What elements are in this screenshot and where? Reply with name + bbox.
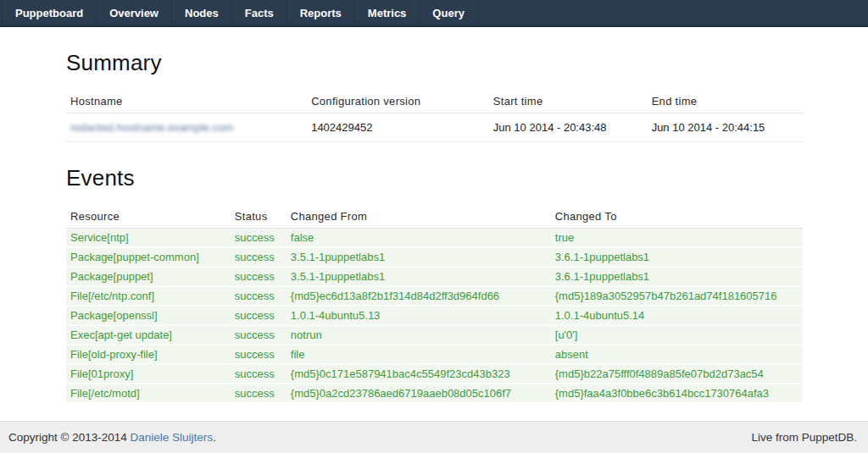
event-changed-to: {md5}faa4a3f0bbe6c3b614bcc1730764afa3 (551, 384, 803, 402)
events-col-changed-to: Changed To (551, 205, 803, 229)
nav-item-metrics[interactable]: Metrics (355, 0, 420, 25)
events-col-status: Status (231, 205, 287, 229)
event-changed-from: 3.5.1-1puppetlabs1 (287, 247, 551, 267)
summary-start-time: Jun 10 2014 - 20:43:48 (489, 113, 648, 142)
nav-item-facts[interactable]: Facts (232, 0, 287, 25)
event-status: success (231, 267, 287, 286)
event-status: success (231, 306, 287, 325)
event-resource: Package[puppet-common] (66, 247, 231, 267)
event-changed-to: absent (551, 345, 803, 364)
event-changed-from: 1.0.1-4ubuntu5.13 (287, 306, 551, 325)
event-row: Service[ntp] success false true (66, 229, 803, 248)
event-status: success (231, 229, 287, 248)
event-row: Exec[apt-get update] success notrun [u'0… (66, 325, 803, 345)
page-footer: Copyright © 2013-2014 Daniele Sluijters.… (0, 421, 868, 453)
event-changed-from: {md5}0a2cd23786aed6719aaeb08d05c106f7 (287, 384, 551, 402)
copyright-suffix: . (213, 431, 216, 444)
summary-col-start-time: Start time (489, 90, 648, 113)
nav-item-overview[interactable]: Overview (97, 0, 172, 25)
event-row: Package[openssl] success 1.0.1-4ubuntu5.… (66, 306, 803, 325)
events-heading: Events (66, 165, 803, 191)
copyright-text: Copyright © 2013-2014 Daniele Sluijters. (8, 431, 216, 444)
summary-table-head: Hostname Configuration version Start tim… (66, 90, 803, 113)
summary-header-row: Hostname Configuration version Start tim… (66, 90, 803, 113)
event-resource: Exec[apt-get update] (66, 325, 231, 345)
nav-item-nodes[interactable]: Nodes (172, 0, 232, 25)
nav-item-query[interactable]: Query (420, 0, 478, 25)
event-resource: Package[openssl] (66, 306, 231, 325)
navbar-brand-puppetboard[interactable]: Puppetboard (2, 0, 97, 25)
summary-table: Hostname Configuration version Start tim… (66, 90, 803, 142)
event-row: File[old-proxy-file] success file absent (66, 345, 803, 364)
event-changed-from: 3.5.1-1puppetlabs1 (287, 267, 551, 286)
event-resource: File[/etc/motd] (66, 384, 231, 402)
event-changed-from: notrun (287, 325, 551, 345)
event-row: Package[puppet] success 3.5.1-1puppetlab… (66, 267, 803, 286)
event-resource: File[01proxy] (66, 364, 231, 384)
event-status: success (231, 345, 287, 364)
event-changed-to: 1.0.1-4ubuntu5.14 (551, 306, 803, 325)
summary-hostname-cell: redacted.hostname.example.com (66, 113, 307, 142)
copyright-prefix: Copyright © 2013-2014 (8, 431, 131, 444)
event-changed-to: 3.6.1-1puppetlabs1 (551, 247, 803, 267)
event-changed-to: {md5}189a3052957b47b261ad74f181605716 (551, 286, 803, 306)
events-col-changed-from: Changed From (287, 205, 551, 229)
nav-item-reports[interactable]: Reports (287, 0, 355, 25)
events-table: Resource Status Changed From Changed To … (66, 205, 803, 402)
event-changed-to: [u'0'] (551, 325, 803, 345)
main-content: Summary Hostname Configuration version S… (0, 50, 868, 402)
event-resource: Service[ntp] (66, 229, 231, 248)
event-changed-from: false (287, 229, 551, 248)
event-changed-to: true (551, 229, 803, 248)
events-table-head: Resource Status Changed From Changed To (66, 205, 803, 229)
event-changed-from: {md5}ec6d13a8f2b1f314d84d2ff3d964fd66 (287, 286, 551, 306)
event-status: success (231, 247, 287, 267)
events-col-resource: Resource (66, 205, 231, 229)
puppetdb-status-text: Live from PuppetDB. (751, 431, 857, 444)
event-status: success (231, 286, 287, 306)
hostname-link-redacted[interactable]: redacted.hostname.example.com (70, 121, 233, 134)
summary-heading: Summary (66, 50, 803, 76)
summary-col-hostname: Hostname (66, 90, 307, 113)
event-resource: File[/etc/ntp.conf] (66, 286, 231, 306)
event-changed-to: {md5}b22a75fff0f4889a85fe07bd2d73ac54 (551, 364, 803, 384)
event-resource: File[old-proxy-file] (66, 345, 231, 364)
event-status: success (231, 384, 287, 402)
events-header-row: Resource Status Changed From Changed To (66, 205, 803, 229)
event-changed-from: file (287, 345, 551, 364)
top-navbar: Puppetboard Overview Nodes Facts Reports… (0, 0, 868, 27)
event-row: File[01proxy] success {md5}0c171e587941b… (66, 364, 803, 384)
event-changed-from: {md5}0c171e587941bac4c5549f23cd43b323 (287, 364, 551, 384)
event-status: success (231, 364, 287, 384)
summary-col-end-time: End time (648, 90, 803, 113)
summary-row: redacted.hostname.example.com 1402429452… (66, 113, 803, 142)
event-row: File[/etc/ntp.conf] success {md5}ec6d13a… (66, 286, 803, 306)
summary-end-time: Jun 10 2014 - 20:44:15 (648, 113, 803, 142)
event-status: success (231, 325, 287, 345)
events-table-body: Service[ntp] success false true Package[… (66, 229, 803, 403)
event-row: Package[puppet-common] success 3.5.1-1pu… (66, 247, 803, 267)
puppetboard-report-page: Puppetboard Overview Nodes Facts Reports… (0, 0, 868, 453)
summary-configuration-version: 1402429452 (307, 113, 489, 142)
summary-col-configuration-version: Configuration version (307, 90, 489, 113)
summary-table-body: redacted.hostname.example.com 1402429452… (66, 113, 803, 142)
event-resource: Package[puppet] (66, 267, 231, 286)
author-link[interactable]: Daniele Sluijters (131, 431, 214, 444)
event-changed-to: 3.6.1-1puppetlabs1 (551, 267, 803, 286)
event-row: File[/etc/motd] success {md5}0a2cd23786a… (66, 384, 803, 402)
